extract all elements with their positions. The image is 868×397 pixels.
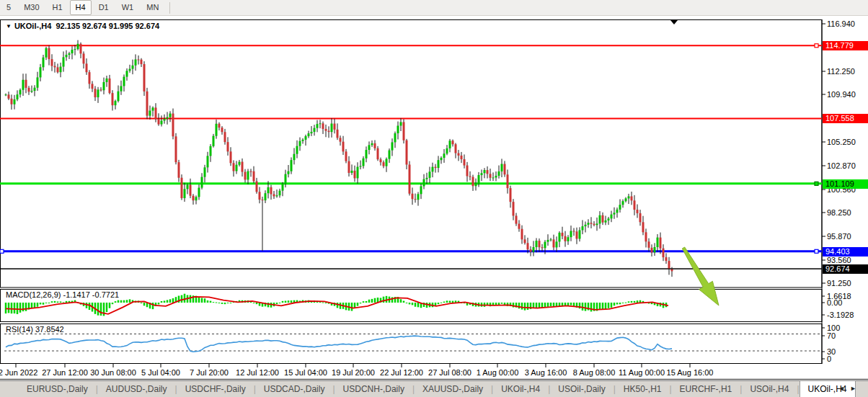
candle: [316, 124, 319, 128]
macd-hist-bar: [518, 303, 521, 308]
macd-hist-bar: [109, 303, 111, 308]
candle: [221, 128, 223, 132]
macd-hist-bar: [417, 303, 420, 307]
candle: [527, 243, 529, 249]
candle: [345, 151, 347, 161]
candle: [559, 233, 561, 241]
price-tick: 105.250: [827, 138, 856, 146]
candle: [169, 114, 172, 117]
macd-hist-bar: [204, 298, 206, 303]
date-label: 30 Jun 08:00: [90, 368, 136, 377]
tab-scroll-right-icon[interactable]: ►: [850, 385, 862, 392]
candle: [368, 145, 371, 150]
line-handle[interactable]: [815, 44, 818, 48]
terminal-window: 5M30H1H4D1W1MN ▼UKOil-,H4 92.135 92.674 …: [0, 0, 868, 397]
candle: [207, 156, 209, 167]
macd-hist-bar: [412, 303, 414, 305]
macd-hist-bar: [449, 300, 451, 303]
candle: [22, 80, 25, 90]
macd-hist-bar: [337, 303, 339, 308]
macd-hist-bar: [363, 301, 365, 303]
candle: [89, 72, 91, 84]
candle: [8, 94, 10, 99]
candle: [371, 143, 373, 145]
candle: [611, 215, 613, 219]
candle: [224, 132, 226, 142]
candle: [74, 49, 76, 50]
macd-hist-bar: [371, 299, 373, 303]
candle: [547, 240, 549, 242]
macd-hist-bar: [129, 299, 131, 303]
macd-hist-bar: [63, 302, 65, 303]
candle: [192, 196, 195, 200]
date-label: 12 Jul 12:00: [236, 368, 279, 377]
candle: [218, 124, 221, 128]
macd-hist-bar: [556, 303, 558, 306]
line-handle[interactable]: [0, 249, 4, 253]
macd-hist-bar: [115, 301, 117, 303]
candle: [239, 162, 241, 165]
macd-hist-bar: [282, 301, 284, 303]
macd-hist-bar: [276, 303, 278, 304]
candle: [161, 120, 163, 124]
candle: [541, 247, 544, 248]
macd-scale: 0.00: [827, 298, 842, 307]
macd-label: MACD(12,26,9) -1.1417 -0.7721: [6, 290, 119, 299]
price-badge: 107.558: [823, 114, 868, 123]
macd-hist-bar: [440, 303, 443, 303]
macd-hist-bar: [495, 303, 497, 305]
candle: [357, 167, 359, 179]
price-tick: 91.250: [827, 279, 851, 287]
macd-hist-bar: [14, 303, 16, 313]
price-tick: 116.940: [827, 19, 855, 28]
candle: [132, 66, 134, 69]
candle: [452, 140, 454, 144]
macd-hist-bar: [567, 303, 570, 305]
macd-hist-bar: [161, 301, 163, 303]
candle: [593, 224, 595, 226]
macd-hist-bar: [357, 303, 359, 306]
macd-hist-bar: [325, 303, 327, 303]
macd-hist-bar: [406, 303, 408, 303]
macd-hist-bar: [167, 300, 169, 303]
candle: [279, 191, 281, 196]
candle: [68, 53, 71, 55]
macd-hist-bar: [60, 301, 62, 303]
candle: [311, 132, 313, 133]
candle: [383, 162, 385, 166]
candle: [654, 247, 656, 253]
candle: [66, 55, 68, 57]
candle: [152, 107, 154, 110]
candle: [342, 142, 345, 152]
rsi-scale: 70: [827, 331, 836, 340]
rsi-label: RSI(14) 37.8542: [6, 325, 64, 334]
candle: [657, 238, 659, 247]
candle: [43, 58, 45, 68]
candle: [426, 178, 428, 179]
candle: [570, 231, 572, 238]
chevron-down-icon[interactable]: ▼: [6, 23, 12, 30]
line-handle[interactable]: [815, 249, 818, 253]
chart-canvas[interactable]: [0, 0, 868, 397]
candle: [596, 223, 598, 225]
macd-hist-bar: [547, 303, 549, 307]
candle: [299, 141, 301, 146]
tab-scroll-left-icon[interactable]: ◄: [838, 385, 850, 392]
candle: [634, 200, 636, 210]
rsi-scale: 0: [827, 354, 831, 363]
macd-hist-bar: [438, 303, 440, 304]
macd-hist-bar: [22, 303, 25, 311]
candle: [495, 176, 497, 177]
candle: [314, 128, 316, 132]
candle: [103, 82, 105, 90]
macd-hist-bar: [89, 303, 91, 310]
candle: [201, 177, 203, 188]
candle: [374, 143, 376, 148]
candle: [146, 92, 149, 116]
candle: [178, 162, 180, 178]
line-handle[interactable]: [815, 182, 818, 185]
candle: [92, 84, 94, 89]
candle: [588, 223, 590, 225]
candle: [175, 136, 177, 162]
candle: [120, 86, 123, 91]
